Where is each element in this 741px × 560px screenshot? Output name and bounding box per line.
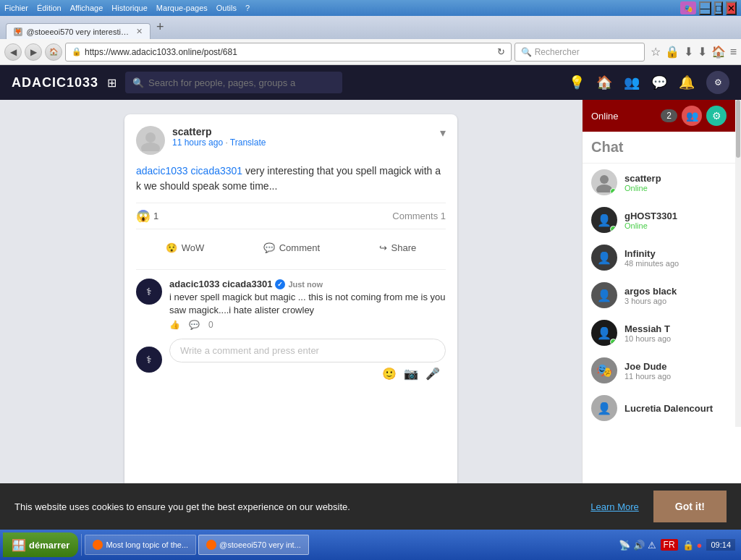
url-bar: ◀ ▶ 🏠 🔒 https://www.adacic1033.online/po…	[0, 39, 741, 65]
comment-name-text: adacic1033 cicada3301	[169, 279, 272, 289]
browser-tab-active[interactable]: 🦊 @stoeeoi570 very interesting... ✕	[6, 23, 151, 39]
chat-info-argos: argos black 3 hours ago	[624, 286, 727, 305]
add-user-icon-btn[interactable]: 👥	[682, 106, 702, 126]
reaction-count[interactable]: 😱 1	[136, 209, 158, 223]
comment-dislike-icon[interactable]: 💬	[189, 320, 200, 330]
chat-item-messiah[interactable]: 👤 Messiah T 10 hours ago	[583, 314, 735, 352]
mask-icon: 🎭	[680, 1, 696, 14]
window-maximize-button[interactable]: □	[714, 1, 723, 15]
cookie-got-it-button[interactable]: Got it!	[653, 491, 727, 522]
share-button[interactable]: ↪ Share	[365, 238, 431, 258]
chat-info-lucretia: Lucretia Dalencourt	[624, 403, 727, 414]
svg-point-6	[600, 175, 609, 184]
cookie-learn-more-link[interactable]: Learn More	[590, 501, 638, 512]
tray-extra-icon-2[interactable]: ●	[697, 540, 703, 551]
menu-historique[interactable]: Historique	[111, 4, 148, 12]
post-author-avatar	[136, 126, 165, 155]
chat-item-ghost3301[interactable]: 👤 gHOST3301 Online	[583, 201, 735, 239]
menu-icon[interactable]: ≡	[730, 46, 737, 59]
wow-button[interactable]: 😯 WoW	[151, 238, 219, 258]
url-icons: ☆ 🔒 ⬇ ⬇ 🏠 ≡	[651, 45, 737, 59]
online-indicator	[610, 188, 617, 195]
tray-volume-icon[interactable]: 🔊	[633, 540, 645, 551]
taskbar-item-1[interactable]: @stoeeoi570 very int...	[198, 535, 309, 555]
window-close-button[interactable]: ✕	[726, 1, 737, 15]
tray-network-icon[interactable]: 📡	[619, 540, 630, 551]
tray-language-flag[interactable]: FR	[661, 539, 678, 551]
taskbar-item-0[interactable]: Most long topic of the...	[85, 535, 196, 555]
menu-edition[interactable]: Édition	[37, 4, 62, 12]
home-button[interactable]: 🏠	[45, 43, 62, 61]
tray-extra-icon-1[interactable]: 🔒	[682, 540, 694, 551]
mic-icon[interactable]: 🎤	[425, 367, 440, 381]
friends-icon[interactable]: 👥	[624, 75, 640, 90]
comment-body: adacic1033 cicada3301 ✓ Just now i never…	[169, 279, 446, 330]
post-username[interactable]: scatterp	[172, 126, 440, 137]
verified-badge-icon: ✓	[275, 279, 285, 289]
home-app-icon[interactable]: 🏠	[596, 75, 612, 90]
chat-status: 48 minutes ago	[624, 259, 727, 268]
sidebar-scrollbar[interactable]	[735, 100, 741, 427]
messages-icon[interactable]: 💬	[651, 75, 667, 90]
lightbulb-icon[interactable]: 💡	[569, 75, 585, 90]
comments-count[interactable]: Comments 1	[392, 211, 446, 221]
bookmark-star-icon[interactable]: ☆	[651, 45, 661, 59]
chat-avatar-ghost3301: 👤	[591, 207, 617, 233]
sidebar-scroll-thumb[interactable]	[736, 100, 740, 158]
chat-item-scatterp[interactable]: scatterp Online	[583, 164, 735, 201]
menu-help[interactable]: ?	[245, 4, 250, 12]
tray-icons: 📡 🔊 ⚠	[619, 540, 656, 551]
pocket-icon[interactable]: ⬇	[684, 45, 693, 59]
refresh-button[interactable]: ↻	[497, 46, 505, 57]
start-button[interactable]: 🪟 démarrer	[3, 533, 78, 557]
menu-fichier[interactable]: Fichier	[4, 4, 28, 12]
comment-like-icon[interactable]: 👍	[169, 320, 180, 330]
safe-icon[interactable]: 🔒	[665, 45, 679, 59]
chat-avatar-argos: 👤	[591, 282, 617, 308]
share-icon: ↪	[379, 242, 387, 253]
back-button[interactable]: ◀	[4, 43, 22, 61]
menu-outils[interactable]: Outils	[216, 4, 237, 12]
app-header: ADACIC1033 ⊞ 🔍 💡 🏠 👥 💬 🔔 ⚙	[0, 65, 741, 100]
chat-item-lucretia[interactable]: 👤 Lucretia Dalencourt	[583, 389, 735, 427]
chat-title: Chat	[583, 132, 735, 164]
share-label: Share	[391, 242, 417, 253]
tab-close-button[interactable]: ✕	[136, 27, 143, 36]
photo-icon[interactable]: 📷	[404, 367, 418, 381]
app-search-input[interactable]	[148, 77, 335, 88]
chat-item-infinity[interactable]: 👤 Infinity 48 minutes ago	[583, 239, 735, 276]
comment-avatar: ⚕	[136, 279, 162, 305]
browser-search-input[interactable]: 🔍 Rechercher	[515, 43, 645, 61]
comment-section: ⚕ adacic1033 cicada3301 ✓ Just now i nev…	[136, 269, 446, 381]
url-input[interactable]: 🔒 https://www.adacic1033.online/post/681…	[65, 43, 512, 61]
online-count-badge: 2	[661, 109, 677, 122]
app-search-bar[interactable]: 🔍	[125, 72, 342, 93]
comment-icon: 💬	[263, 242, 275, 253]
grid-icon[interactable]: ⊞	[107, 76, 117, 90]
user-avatar[interactable]: ⚙	[706, 71, 729, 94]
comment-username: adacic1033 cicada3301 ✓ Just now	[169, 279, 446, 289]
window-minimize-button[interactable]: —	[699, 1, 711, 15]
notifications-icon[interactable]: 🔔	[679, 75, 695, 90]
emoji-picker-icon[interactable]: 🙂	[382, 367, 397, 381]
tray-warning-icon[interactable]: ⚠	[648, 540, 656, 551]
taskbar-item-label-0: Most long topic of the...	[106, 540, 188, 549]
menu-marquepages[interactable]: Marque-pages	[156, 4, 208, 12]
home-nav-icon[interactable]: 🏠	[711, 45, 726, 59]
comment-button[interactable]: 💬 Comment	[249, 238, 334, 258]
chat-username: Infinity	[624, 248, 727, 259]
chat-item-joedude[interactable]: 🎭 Joe Dude 11 hours ago	[583, 352, 735, 389]
write-comment-input[interactable]: Write a comment and press enter	[169, 339, 446, 362]
post-chevron-icon[interactable]: ▾	[440, 126, 446, 140]
comment-item: ⚕ adacic1033 cicada3301 ✓ Just now i nev…	[136, 279, 446, 330]
new-tab-button[interactable]: +	[151, 20, 170, 35]
settings-icon-btn[interactable]: ⚙	[706, 106, 727, 126]
chat-info-joedude: Joe Dude 11 hours ago	[624, 361, 727, 381]
post-mention-links[interactable]: adacic1033 cicada3301	[136, 165, 242, 177]
forward-button[interactable]: ▶	[25, 43, 42, 61]
chat-item-argos[interactable]: 👤 argos black 3 hours ago	[583, 276, 735, 314]
chat-avatar-lucretia: 👤	[591, 395, 617, 421]
menu-affichage[interactable]: Affichage	[70, 4, 103, 12]
download-icon[interactable]: ⬇	[698, 45, 707, 59]
post-translate-link[interactable]: Translate	[230, 137, 266, 148]
